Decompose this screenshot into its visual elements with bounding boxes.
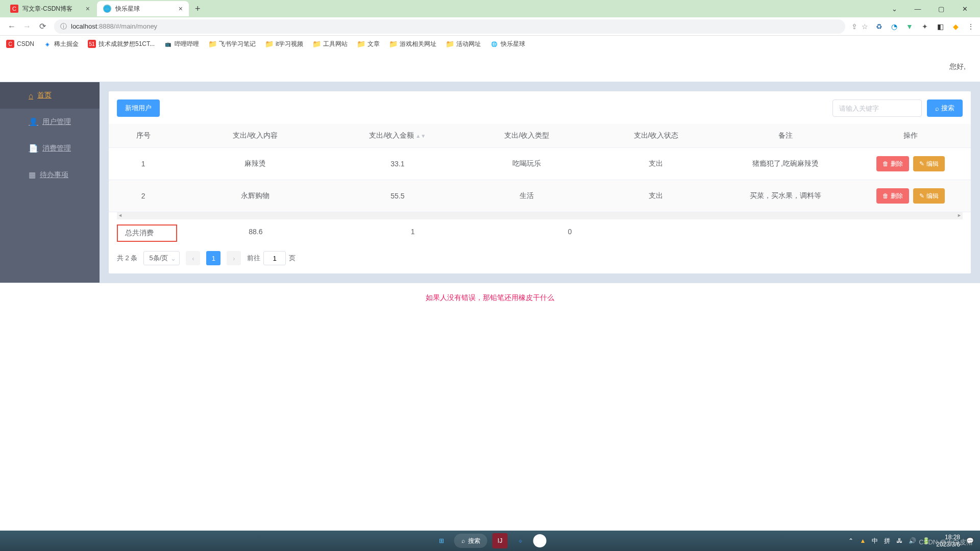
pagination: 共 2 条 5条/页 ‹ 1 › 前往 页 [109,247,971,273]
sidebar-item-todo[interactable]: ▦ 待办事项 [0,162,100,188]
greeting-text: 您好, [949,62,966,71]
summary-value: 1 [334,224,492,242]
dropdown-icon[interactable]: ⌄ [883,1,905,16]
browser-tab-active[interactable]: 🌐 快乐星球 × [97,1,189,16]
cell-content: 麻辣烫 [178,148,333,180]
table-row: 2永辉购物55.5生活支出买菜，买水果，调料等🗑删除✎编辑 [109,180,971,212]
sidebar-item-label: 消费管理 [42,144,71,153]
pager-next-button[interactable]: › [227,251,241,265]
sidebar-item-label: 用户管理 [42,117,71,127]
extension-icon[interactable]: ◔ [889,21,899,32]
url-input[interactable]: ⓘ localhost:8888/#/main/money [54,19,845,34]
tab-title: 写文章-CSDN博客 [22,5,82,13]
app-body: ⌂ 首页 👤 用户管理 📄 消费管理 ▦ 待办事项 新增用户 [0,82,980,283]
forward-button[interactable]: → [19,19,35,34]
bookmark-item[interactable]: 🌐快乐星球 [490,40,525,48]
toolbar: 新增用户 ⌕搜索 [109,91,971,117]
close-icon[interactable]: × [179,5,183,13]
cell-note: 买菜，买水果，调料等 [721,180,850,212]
sidebar: ⌂ 首页 👤 用户管理 📄 消费管理 ▦ 待办事项 [0,82,100,283]
data-table: 序号 支出/收入内容 支出/收入金额▲▼ 支出/收入类型 支出/收入状态 备注 … [109,124,971,212]
bookmark-item[interactable]: 📺哔哩哔哩 [164,40,199,48]
browser-tab[interactable]: C 写文章-CSDN博客 × [4,1,96,16]
document-icon: 📄 [29,144,38,153]
url-text: localhost:8888/#/main/money [71,22,157,30]
col-header-amount[interactable]: 支出/收入金额▲▼ [333,124,462,148]
pager-prev-button[interactable]: ‹ [186,251,200,265]
site-info-icon[interactable]: ⓘ [60,22,67,31]
col-header-index[interactable]: 序号 [109,124,178,148]
extension-icon[interactable]: ♻ [874,21,884,32]
summary-amount: 88.6 [177,224,334,242]
bookmark-star-icon[interactable]: ☆ [860,21,870,32]
pager-total: 共 2 条 [117,254,137,263]
cell-ops: 🗑删除✎编辑 [850,180,971,212]
col-header-ops: 操作 [850,124,971,148]
cell-type: 生活 [462,180,591,212]
cell-note: 猪瘾犯了,吃碗麻辣烫 [721,148,850,180]
col-header-note[interactable]: 备注 [721,124,850,148]
extension-icon[interactable]: ◧ [935,21,945,32]
extensions-icon[interactable]: ✦ [920,21,930,32]
table-header-row: 序号 支出/收入内容 支出/收入金额▲▼ 支出/收入类型 支出/收入状态 备注 … [109,124,971,148]
bookmark-item[interactable]: 📁飞书学习笔记 [208,40,256,48]
user-icon: 👤 [29,117,38,127]
close-icon[interactable]: × [86,5,90,13]
edit-button[interactable]: ✎编辑 [913,156,945,171]
bookmark-item[interactable]: 51技术成就梦想51CT... [88,40,155,48]
bookmark-item[interactable]: 📁游戏相关网址 [389,40,436,48]
col-header-status[interactable]: 支出/收入状态 [592,124,721,148]
sidebar-item-users[interactable]: 👤 用户管理 [0,109,100,135]
delete-button[interactable]: 🗑删除 [876,156,909,171]
trash-icon: 🗑 [883,160,889,167]
cell-amount: 33.1 [333,148,462,180]
edit-button[interactable]: ✎编辑 [913,188,945,204]
maximize-button[interactable]: ▢ [930,1,952,16]
pager-jump-input[interactable] [263,251,286,265]
minimize-button[interactable]: — [906,1,929,16]
pager-page-button[interactable]: 1 [206,251,220,265]
cell-status: 支出 [592,180,721,212]
bookmark-item[interactable]: CCSDN [6,40,34,48]
search-button[interactable]: ⌕搜索 [927,99,963,117]
edit-icon: ✎ [919,192,924,199]
add-user-button[interactable]: 新增用户 [117,99,160,117]
app-container: 您好, ⌂ 首页 👤 用户管理 📄 消费管理 ▦ 待办事项 新 [0,52,980,313]
sidebar-item-home[interactable]: ⌂ 首页 [0,82,100,109]
trash-icon: 🗑 [883,192,889,199]
vue-devtools-icon[interactable]: ▼ [904,21,915,32]
bookmark-item[interactable]: 📁文章 [357,40,380,48]
cell-amount: 55.5 [333,180,462,212]
home-icon: ⌂ [29,91,33,100]
new-tab-button[interactable]: + [190,4,206,14]
sidebar-item-expenses[interactable]: 📄 消费管理 [0,135,100,162]
search-group: ⌕搜索 [832,99,963,117]
sidebar-item-label: 待办事项 [40,170,68,180]
back-button[interactable]: ← [4,19,19,34]
sort-icon: ▲▼ [415,133,426,139]
close-window-button[interactable]: ✕ [953,1,976,16]
horizontal-scrollbar[interactable] [117,212,963,219]
bookmark-item[interactable]: ◈稀土掘金 [43,40,79,48]
bookmark-item[interactable]: 📁it学习视频 [265,40,303,48]
cell-status: 支出 [592,148,721,180]
main-content: 新增用户 ⌕搜索 序号 支出/收入内容 支出/收入金额▲▼ 支出/收入类 [100,82,980,283]
extension-icons: ♻ ◔ ▼ ✦ ◧ ◆ ⋮ [874,21,976,32]
bookmark-item[interactable]: 📁工具网站 [312,40,348,48]
delete-button[interactable]: 🗑删除 [876,188,909,204]
grid-icon: ▦ [29,170,36,180]
cell-content: 永辉购物 [178,180,333,212]
cell-index: 1 [109,148,178,180]
app-header: 您好, [0,52,980,82]
share-icon[interactable]: ⇪ [849,21,860,32]
search-input[interactable] [832,99,922,117]
col-header-type[interactable]: 支出/收入类型 [462,124,591,148]
edit-icon: ✎ [919,160,924,167]
bookmark-bar: CCSDN◈稀土掘金51技术成就梦想51CT...📺哔哩哔哩📁飞书学习笔记📁it… [0,36,980,52]
extension-icon[interactable]: ◆ [950,21,961,32]
col-header-content[interactable]: 支出/收入内容 [178,124,333,148]
reload-button[interactable]: ⟳ [35,19,50,34]
menu-icon[interactable]: ⋮ [966,21,976,32]
bookmark-item[interactable]: 📁活动网址 [446,40,481,48]
page-size-select[interactable]: 5条/页 [143,251,180,265]
